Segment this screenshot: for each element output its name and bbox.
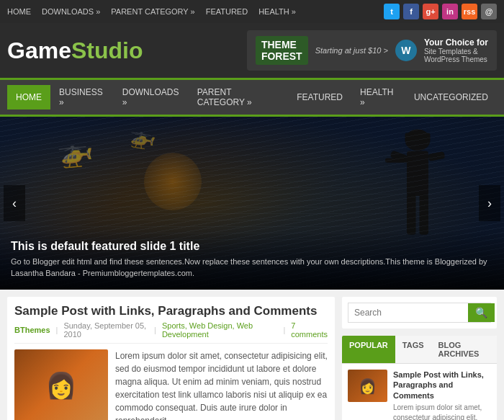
search-input[interactable] <box>348 303 468 322</box>
post-1-title-link[interactable]: Sample Post with Links, Paragraphs and C… <box>14 304 317 318</box>
post-1-thumbnail: 👩 <box>14 349 108 420</box>
logo-game-text: Game <box>7 37 71 63</box>
post-1-comments: 7 comments <box>291 321 328 339</box>
svg-rect-4 <box>428 151 445 161</box>
header-advertisement: THEMEFOREST Starting at just $10 > W You… <box>247 30 497 71</box>
rss-icon[interactable]: rss <box>462 4 477 19</box>
ad-right-text: Your Choice forSite Templates &WordPress… <box>424 37 488 63</box>
post-1: Sample Post with Links, Paragraphs and C… <box>7 297 335 420</box>
popular-post-1-img: 👩 <box>348 370 387 402</box>
instagram-icon[interactable]: in <box>442 4 458 19</box>
gplus-icon[interactable]: g+ <box>423 4 438 19</box>
mainnav-parent-category[interactable]: PARENT CATEGORY <box>189 80 288 115</box>
tab-tags[interactable]: Tags <box>395 336 431 363</box>
svg-rect-1 <box>405 133 431 140</box>
popular-posts-widget: Popular Tags Blog Archives 👩 Sample Post… <box>342 336 497 420</box>
mainnav-uncategorized[interactable]: UNCATEGORIZED <box>405 85 497 110</box>
topnav-featured[interactable]: FEATURED <box>206 7 248 16</box>
mainnav-featured[interactable]: FEATURED <box>288 85 351 110</box>
search-widget: 🔍 <box>342 297 497 329</box>
featured-slider: 🚁 🚁 ‹ › This is default featured slide 1… <box>0 117 504 290</box>
post-1-date: Sunday, September 05, 2010 <box>63 321 148 339</box>
topnav-downloads[interactable]: DOWNLOADS <box>42 7 100 16</box>
widget-tabs: Popular Tags Blog Archives <box>342 336 497 364</box>
svg-rect-7 <box>385 158 413 163</box>
logo-studio-text: Studio <box>71 37 143 63</box>
slider-title: This is default featured slide 1 title <box>11 240 493 253</box>
popular-post-1-text: Lorem ipsum dolor sit amet, consectetur … <box>393 403 491 420</box>
mainnav-health[interactable]: HEALTH <box>351 80 405 115</box>
topnav-parent-category[interactable]: PARENT CATEGORY <box>111 7 194 16</box>
ad-tagline: Starting at just $10 > <box>315 46 388 55</box>
topnav-home[interactable]: HOME <box>7 7 31 16</box>
wordpress-icon: W <box>395 40 417 61</box>
svg-rect-2 <box>407 151 428 197</box>
sidebar: 🔍 Popular Tags Blog Archives 👩 Sample Po… <box>342 297 497 420</box>
slider-description: Go to Blogger edit html and find these s… <box>11 256 493 279</box>
site-logo[interactable]: GameStudio <box>7 37 143 64</box>
twitter-icon[interactable]: t <box>384 4 400 19</box>
post-1-content: Lorem ipsum dolor sit amet, consectetur … <box>115 349 328 420</box>
post-1-categories: Sports, Web Design, Web Development <box>162 321 277 339</box>
popular-post-1-thumb: 👩 <box>348 370 387 402</box>
slider-next-button[interactable]: › <box>479 185 500 221</box>
site-header: GameStudio THEMEFOREST Starting at just … <box>0 23 504 78</box>
mainnav-home[interactable]: HOME <box>7 85 50 110</box>
main-content-column: Sample Post with Links, Paragraphs and C… <box>7 297 335 420</box>
post-1-excerpt: Lorem ipsum dolor sit amet, consectetur … <box>115 349 328 420</box>
mainnav-business[interactable]: BUSINESS <box>50 80 114 115</box>
main-navigation: HOME BUSINESS DOWNLOADS PARENT CATEGORY … <box>0 80 504 115</box>
facebook-icon[interactable]: f <box>403 4 419 19</box>
popular-post-1: 👩 Sample Post with Links, Paragraphs and… <box>342 364 497 420</box>
post-1-author: BThemes <box>14 326 50 334</box>
tab-popular[interactable]: Popular <box>342 336 395 363</box>
post-1-thumb-img: 👩 <box>14 349 108 420</box>
post-1-meta: BThemes | Sunday, September 05, 2010 | S… <box>14 321 328 344</box>
slider-caption: This is default featured slide 1 title G… <box>0 229 504 290</box>
topnav-health[interactable]: HEALTH <box>258 7 296 16</box>
search-box: 🔍 <box>348 303 491 323</box>
themeforest-logo: THEMEFOREST <box>256 36 308 65</box>
top-bar: HOME DOWNLOADS PARENT CATEGORY FEATURED … <box>0 0 504 23</box>
popular-post-1-title: Sample Post with Links, Paragraphs and C… <box>393 370 491 401</box>
top-navigation: HOME DOWNLOADS PARENT CATEGORY FEATURED … <box>7 7 296 16</box>
search-button[interactable]: 🔍 <box>468 303 495 322</box>
content-area: Sample Post with Links, Paragraphs and C… <box>0 290 504 420</box>
email-icon[interactable]: @ <box>481 4 497 19</box>
mainnav-downloads[interactable]: DOWNLOADS <box>114 80 189 115</box>
social-icons-bar: t f g+ in rss @ <box>384 4 497 19</box>
popular-post-1-info: Sample Post with Links, Paragraphs and C… <box>393 370 491 420</box>
post-1-body: 👩 Lorem ipsum dolor sit amet, consectetu… <box>14 349 328 420</box>
slider-prev-button[interactable]: ‹ <box>4 185 25 221</box>
tab-blog-archives[interactable]: Blog Archives <box>431 336 497 363</box>
post-1-title: Sample Post with Links, Paragraphs and C… <box>14 304 328 318</box>
